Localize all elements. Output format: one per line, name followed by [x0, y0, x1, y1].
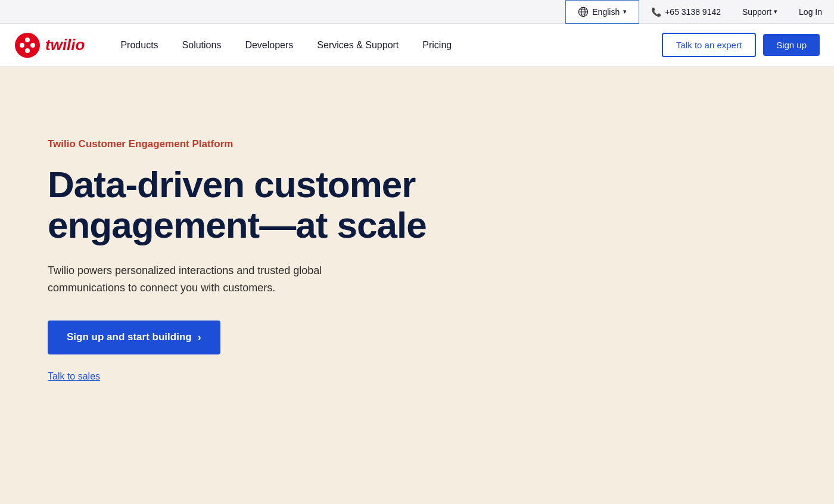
logo-icon [14, 32, 41, 58]
nav-label-services-support: Services & Support [317, 40, 399, 51]
nav-label-pricing: Pricing [422, 40, 452, 51]
support-chevron-icon: ▾ [774, 8, 777, 15]
globe-icon [578, 7, 589, 17]
hero-headline: Data-driven customer engagement—at scale [48, 164, 427, 245]
nav-label-solutions: Solutions [182, 40, 222, 51]
cta-arrow-icon: › [198, 331, 201, 344]
phone-icon: 📞 [651, 7, 661, 17]
language-label: English [592, 7, 620, 17]
svg-point-9 [20, 43, 24, 48]
login-label: Log In [799, 7, 822, 17]
top-bar: English ▾ 📞 +65 3138 9142 Support ▾ Log … [0, 0, 834, 24]
nav-links: Products Solutions Developers Services &… [108, 24, 662, 67]
nav-actions: Talk to an expert Sign up [662, 33, 820, 57]
nav-item-pricing[interactable]: Pricing [410, 24, 463, 67]
hero-content: Twilio Customer Engagement Platform Data… [48, 138, 427, 382]
hero-headline-line1: Data-driven customer [48, 164, 415, 205]
cta-button[interactable]: Sign up and start building › [48, 321, 220, 354]
phone-number: 📞 +65 3138 9142 [639, 7, 733, 17]
hero-subtext: Twilio powers personalized interactions … [48, 262, 381, 297]
nav-label-developers: Developers [245, 40, 293, 51]
nav-item-services-support[interactable]: Services & Support [305, 24, 410, 67]
support-menu[interactable]: Support ▾ [733, 7, 787, 17]
svg-point-7 [25, 38, 30, 42]
nav-item-products[interactable]: Products [108, 24, 170, 67]
language-selector[interactable]: English ▾ [565, 0, 639, 24]
nav-label-products: Products [120, 40, 158, 51]
cta-label: Sign up and start building [67, 331, 192, 343]
logo[interactable]: twilio [14, 32, 85, 58]
talk-to-sales-link[interactable]: Talk to sales [48, 371, 427, 382]
nav-item-developers[interactable]: Developers [233, 24, 305, 67]
phone-number-label: +65 3138 9142 [665, 7, 721, 17]
support-label: Support [742, 7, 771, 17]
talk-to-expert-button[interactable]: Talk to an expert [662, 33, 756, 57]
language-chevron-icon: ▾ [623, 8, 627, 15]
hero-section: Twilio Customer Engagement Platform Data… [0, 67, 834, 504]
svg-point-10 [30, 43, 35, 48]
signup-button[interactable]: Sign up [763, 34, 820, 56]
hero-eyebrow: Twilio Customer Engagement Platform [48, 138, 427, 150]
main-nav: twilio Products Solutions Developers Ser… [0, 24, 834, 67]
login-button[interactable]: Log In [787, 7, 834, 17]
nav-item-solutions[interactable]: Solutions [170, 24, 234, 67]
svg-point-5 [15, 33, 40, 58]
top-bar-items: English ▾ 📞 +65 3138 9142 Support ▾ Log … [565, 0, 834, 24]
logo-text: twilio [45, 36, 85, 54]
svg-point-8 [25, 48, 30, 53]
hero-headline-line2: engagement—at scale [48, 204, 427, 245]
